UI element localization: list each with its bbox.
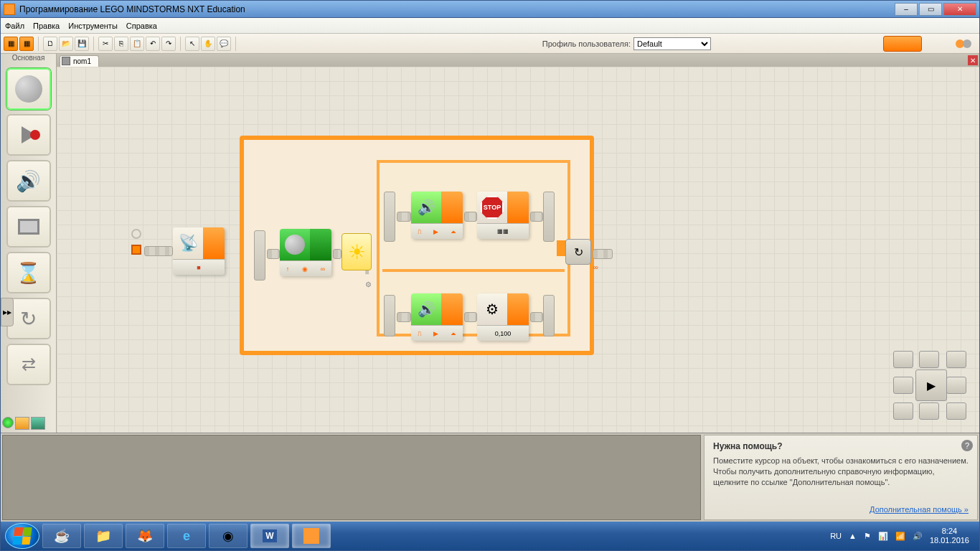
nav-left[interactable] <box>893 377 913 394</box>
switch-left-cap <box>384 192 395 242</box>
paste-button[interactable]: 📋 <box>130 37 144 51</box>
play-icon: ▶ <box>927 379 936 392</box>
beam <box>464 312 477 322</box>
save-button[interactable]: 💾 <box>75 37 89 51</box>
nav-top-right[interactable] <box>946 351 966 368</box>
undo-button[interactable]: ↶ <box>146 37 160 51</box>
palette-common-button[interactable] <box>2 417 14 428</box>
menu-help[interactable]: Справка <box>126 22 157 30</box>
beam <box>267 249 280 259</box>
tab-close-button[interactable]: ✕ <box>968 55 978 65</box>
tab-icon <box>62 57 70 65</box>
palette-expand-handle[interactable]: ▶▶ <box>1 298 14 326</box>
motor-block[interactable]: ⚙ 0,100 <box>477 293 529 341</box>
stop-icon: STOP <box>481 196 504 219</box>
taskbar-word-icon[interactable]: W <box>250 524 289 548</box>
pointer-tool-button[interactable]: ▦ <box>4 37 18 51</box>
palette-display-block[interactable] <box>6 206 51 248</box>
switch-divider <box>382 269 565 272</box>
taskbar-explorer-icon[interactable]: 📁 <box>84 524 123 548</box>
taskbar-firefox-icon[interactable]: 🦊 <box>126 524 164 548</box>
taskbar: ☕ 📁 🦊 e ◉ W RU ▲ ⚑ 📊 📶 🔊 8:24 18.01.2016 <box>1 522 979 550</box>
palette-switch-block[interactable]: ⇄ <box>6 344 51 385</box>
nav-play-button[interactable]: ▶ <box>915 369 947 401</box>
redo-button[interactable]: ↷ <box>161 37 176 51</box>
ultrasonic-icon: 📡 <box>179 234 198 253</box>
palette-sound-block[interactable]: 🔊 <box>6 160 51 202</box>
taskbar-java-icon[interactable]: ☕ <box>42 524 81 548</box>
tray-time: 8:24 <box>930 527 969 536</box>
titlebar: Программирование LEGO MINDSTORMS NXT Edu… <box>1 1 979 18</box>
profile-select[interactable]: Default <box>633 37 711 50</box>
beam <box>333 249 341 259</box>
canvas[interactable]: 📡 ■ 🔊 ⎍▶⏶ <box>57 67 979 433</box>
infinity-icon: ∞ <box>593 263 598 271</box>
window-title: Программирование LEGO MINDSTORMS NXT Edu… <box>19 4 895 14</box>
minimize-button[interactable]: – <box>895 3 918 16</box>
menu-edit[interactable]: Правка <box>33 22 60 30</box>
move-block[interactable]: СВ ↑◉∞ <box>280 229 331 276</box>
new-button[interactable]: 🗋 <box>43 37 57 51</box>
stop-block[interactable]: STOP ▦▦ <box>477 192 529 239</box>
screen-icon <box>18 219 39 235</box>
palette-record-block[interactable] <box>6 114 51 156</box>
sound-block-upper[interactable]: 🔊 ⎍▶⏶ <box>411 192 463 239</box>
nav-right[interactable] <box>946 377 966 394</box>
palette-wait-block[interactable]: ⌛ <box>6 252 51 293</box>
tray-volume-icon[interactable]: 🔊 <box>913 532 923 541</box>
nav-bottom-left[interactable] <box>893 402 913 420</box>
tray-action-center-icon[interactable]: ⚑ <box>864 532 871 541</box>
tab-label: nom1 <box>73 57 91 65</box>
tray-flag-icon[interactable]: ▲ <box>849 532 857 540</box>
taskbar-chrome-icon[interactable]: ◉ <box>209 524 248 548</box>
tab-nom1[interactable]: nom1 <box>60 55 99 67</box>
pointer-tool-2-button[interactable]: ▦ <box>19 37 34 51</box>
beam <box>464 212 477 222</box>
cursor-button[interactable]: ↖ <box>185 37 199 51</box>
close-button[interactable]: ✕ <box>943 3 976 16</box>
palette-custom-button[interactable] <box>31 417 45 430</box>
pan-button[interactable]: ✋ <box>201 37 215 51</box>
nav-up[interactable] <box>919 351 939 368</box>
switch-block-inner[interactable]: 🔊 ⎍▶⏶ STOP ▦▦ <box>377 160 570 336</box>
profile-label: Профиль пользователя: <box>542 39 631 48</box>
loop-icon: ↻ <box>574 245 583 259</box>
copy-button[interactable]: ⎘ <box>114 37 128 51</box>
speaker-icon: 🔊 <box>418 301 435 318</box>
beam <box>593 249 613 259</box>
switch-left-cap-lower <box>384 295 395 336</box>
nav-bottom-right[interactable] <box>946 402 966 420</box>
loop-end-button[interactable]: ↻ <box>565 239 591 265</box>
maximize-button[interactable]: ▭ <box>919 3 942 16</box>
palette: Основная 🔊 ⌛ ↻ ⇄ <box>1 54 57 433</box>
record-play-icon <box>22 126 36 143</box>
open-button[interactable]: 📂 <box>59 37 73 51</box>
light-sensor-block[interactable]: ☀ <box>341 233 372 270</box>
nav-controller: ▶ <box>890 348 969 423</box>
nav-down[interactable] <box>919 402 939 420</box>
start-node[interactable] <box>131 245 143 262</box>
taskbar-ie-icon[interactable]: e <box>167 524 206 548</box>
sound-block-lower[interactable]: 🔊 ⎍▶⏶ <box>411 293 463 341</box>
help-more-link[interactable]: Дополнительная помощь » <box>870 505 969 514</box>
nav-top-left[interactable] <box>893 351 913 368</box>
help-body: Поместите курсор на объект, чтобы ознако… <box>713 456 969 488</box>
tray-network-icon[interactable]: 📊 <box>878 532 888 541</box>
menu-file[interactable]: Файл <box>5 22 24 30</box>
wait-ultrasonic-block[interactable]: 📡 ■ <box>173 227 225 275</box>
help-icon[interactable]: ? <box>961 440 973 451</box>
loop-block-outer[interactable]: 🔊 ⎍▶⏶ STOP ▦▦ <box>240 136 594 355</box>
palette-complete-button[interactable] <box>15 417 29 430</box>
tray-lang[interactable]: RU <box>830 532 842 540</box>
start-button[interactable] <box>5 523 39 549</box>
cut-button[interactable]: ✂ <box>98 37 113 51</box>
user-button[interactable] <box>951 36 976 52</box>
tray-clock[interactable]: 8:24 18.01.2016 <box>930 527 969 545</box>
nxt-download-button[interactable] <box>883 36 922 52</box>
switch-icon: ⇄ <box>22 354 36 375</box>
comment-button[interactable]: 💬 <box>217 37 231 51</box>
palette-move-block[interactable] <box>6 68 51 110</box>
menu-tools[interactable]: Инструменты <box>68 22 118 30</box>
tray-signal-icon[interactable]: 📶 <box>895 532 905 541</box>
taskbar-nxt-icon[interactable] <box>292 524 331 548</box>
